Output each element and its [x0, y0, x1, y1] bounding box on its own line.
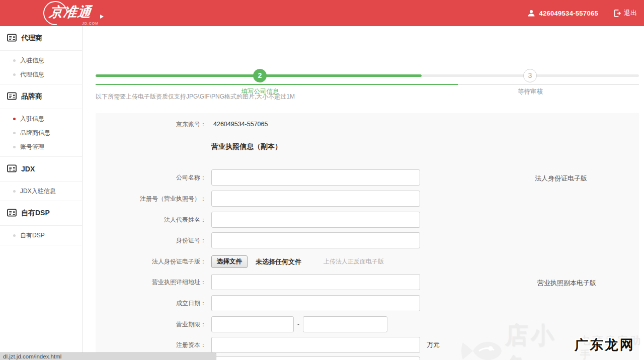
step-2-circle: 2 — [253, 69, 267, 82]
period-end-input[interactable] — [303, 316, 387, 332]
period-start-input[interactable] — [211, 316, 294, 332]
id-number-input[interactable] — [211, 232, 420, 248]
sidebar-item-label: 入驻信息 — [20, 57, 44, 64]
id-number-row: 身份证号： — [96, 232, 639, 248]
right-panel-id-copy-label: 法人身份证电子版 — [535, 174, 587, 183]
sidebar-item-label: 账号管理 — [20, 143, 44, 150]
legal-name-label: 法人代表姓名： — [96, 212, 206, 228]
company-name-label: 公司名称： — [96, 169, 206, 186]
main-content: 2 3 填写公司信息 等待审核 以下所需要上传电子版资质仅支持JPG\GIF\P… — [83, 26, 644, 360]
bullet-icon — [13, 132, 16, 134]
jzt-logo[interactable]: 京准通 JD.COM — [49, 2, 100, 25]
id-copy-label: 法人身份证电子版： — [96, 255, 206, 268]
sidebar-group-agent: 代理商 入驻信息 代理信息 — [0, 26, 82, 84]
logout-label: 退出 — [624, 9, 637, 18]
logout-icon — [614, 10, 621, 17]
address-input[interactable] — [211, 274, 420, 290]
registered-capital-label: 注册资本： — [96, 337, 206, 353]
reg-number-input[interactable] — [211, 191, 420, 207]
business-period-label: 营业期限： — [96, 316, 206, 332]
file-status-text: 未选择任何文件 — [256, 255, 301, 268]
sidebar-item-label: 代理信息 — [20, 71, 44, 78]
sidebar-group-label: 代理商 — [21, 34, 42, 43]
sidebar-group-dsp-header[interactable]: 自有DSP — [0, 201, 82, 226]
steps-underline-green — [96, 84, 458, 85]
registered-capital-row: 注册资本： 万元 — [96, 337, 639, 353]
reg-number-row: 注册号（营业执照号）： — [96, 191, 639, 207]
status-url-bubble: dl.jzt.jd.com/index.html — [0, 352, 216, 360]
id-card-icon — [7, 92, 17, 102]
header-account-area: 426049534-557065 退出 — [527, 9, 637, 18]
sidebar-item-account-management[interactable]: 账号管理 — [0, 140, 82, 154]
id-number-label: 身份证号： — [96, 232, 206, 248]
capital-unit-label: 万元 — [427, 337, 440, 353]
sidebar: 代理商 入驻信息 代理信息 品牌商 入驻信息 — [0, 26, 83, 360]
period-separator: - — [296, 316, 301, 332]
sidebar-item-label: 入驻信息 — [20, 115, 44, 122]
sidebar-item-brand-entry-info[interactable]: 入驻信息 — [0, 112, 82, 126]
jd-account-label: 京东账号： — [96, 120, 206, 128]
sidebar-item-label: JDX入驻信息 — [20, 188, 56, 195]
step-3-label: 等待审核 — [518, 87, 543, 96]
reg-number-label: 注册号（营业执照号）： — [96, 191, 206, 207]
company-name-input[interactable] — [211, 169, 420, 186]
jd-account-row: 京东账号： 426049534-557065 — [96, 120, 639, 128]
sidebar-item-own-dsp[interactable]: 自有DSP — [0, 228, 82, 242]
sidebar-group-agent-header[interactable]: 代理商 — [0, 26, 82, 51]
company-info-form: 京东账号： 426049534-557065 营业执照信息（副本） 公司名称： … — [96, 113, 639, 360]
sidebar-group-label: JDX — [21, 165, 35, 173]
top-header: 京准通 JD.COM 426049534-557065 退出 — [0, 0, 644, 26]
founded-date-input[interactable] — [211, 295, 420, 311]
sidebar-item-brand-info[interactable]: 品牌商信息 — [0, 126, 82, 140]
sidebar-group-jdx: JDX JDX入驻信息 — [0, 157, 82, 201]
account-number[interactable]: 426049534-557065 — [539, 10, 598, 17]
id-card-icon — [7, 209, 17, 218]
logo-text: 京准通 — [48, 2, 101, 23]
sidebar-item-label: 品牌商信息 — [20, 129, 50, 136]
legal-name-input[interactable] — [211, 212, 420, 228]
bullet-icon — [13, 73, 16, 76]
logout-button[interactable]: 退出 — [611, 9, 637, 18]
user-icon — [527, 9, 535, 17]
founded-date-row: 成立日期： — [96, 295, 639, 311]
sidebar-item-agent-info[interactable]: 代理信息 — [0, 67, 82, 81]
sidebar-group-label: 品牌商 — [21, 92, 42, 101]
address-label: 营业执照详细地址： — [96, 274, 206, 290]
sidebar-group-agent-items: 入驻信息 代理信息 — [0, 51, 82, 84]
id-card-icon — [7, 34, 17, 43]
founded-date-label: 成立日期： — [96, 295, 206, 311]
jd-account-value: 426049534-557065 — [213, 120, 268, 128]
logo-arrow-icon — [100, 15, 104, 19]
sidebar-group-label: 自有DSP — [21, 209, 50, 218]
sidebar-group-jdx-header[interactable]: JDX — [0, 157, 82, 182]
step-3-circle: 3 — [523, 69, 537, 82]
partial-input[interactable] — [211, 356, 420, 360]
sidebar-group-dsp: 自有DSP 自有DSP — [0, 201, 82, 245]
sidebar-group-dsp-items: 自有DSP — [0, 226, 82, 245]
progress-steps: 2 3 填写公司信息 等待审核 — [96, 45, 639, 84]
id-copy-upload-row: 法人身份证电子版： 选择文件 未选择任何文件 上传法人正反面电子版 — [96, 255, 639, 268]
upload-notice: 以下所需要上传电子版资质仅支持JPG\GIF\PNG格式的图片,大小不超过1M — [96, 93, 295, 101]
sidebar-item-jdx-entry-info[interactable]: JDX入驻信息 — [0, 184, 82, 198]
sidebar-item-label: 自有DSP — [20, 232, 45, 239]
file-upload-hint: 上传法人正反面电子版 — [324, 255, 384, 268]
bullet-icon — [13, 190, 16, 193]
bullet-icon — [13, 146, 16, 148]
sidebar-item-agent-entry-info[interactable]: 入驻信息 — [0, 53, 82, 67]
bullet-icon — [13, 118, 16, 120]
logo-subtext: JD.COM — [82, 22, 99, 25]
registered-capital-input[interactable] — [211, 337, 420, 353]
sidebar-group-brand-items: 入驻信息 品牌商信息 账号管理 — [0, 109, 82, 157]
bullet-icon — [13, 234, 16, 237]
bullet-icon — [13, 59, 16, 62]
sidebar-group-jdx-items: JDX入驻信息 — [0, 182, 82, 201]
legal-name-row: 法人代表姓名： — [96, 212, 639, 228]
sidebar-group-brand: 品牌商 入驻信息 品牌商信息 账号管理 — [0, 84, 82, 157]
section-title-business-license: 营业执照信息（副本） — [211, 142, 282, 151]
choose-file-button[interactable]: 选择文件 — [211, 255, 248, 268]
business-period-row: 营业期限： - — [96, 316, 639, 332]
steps-underline — [96, 84, 639, 85]
right-panel-license-copy-label: 营业执照副本电子版 — [537, 279, 596, 288]
sidebar-group-brand-header[interactable]: 品牌商 — [0, 84, 82, 109]
id-card-icon — [7, 164, 17, 174]
